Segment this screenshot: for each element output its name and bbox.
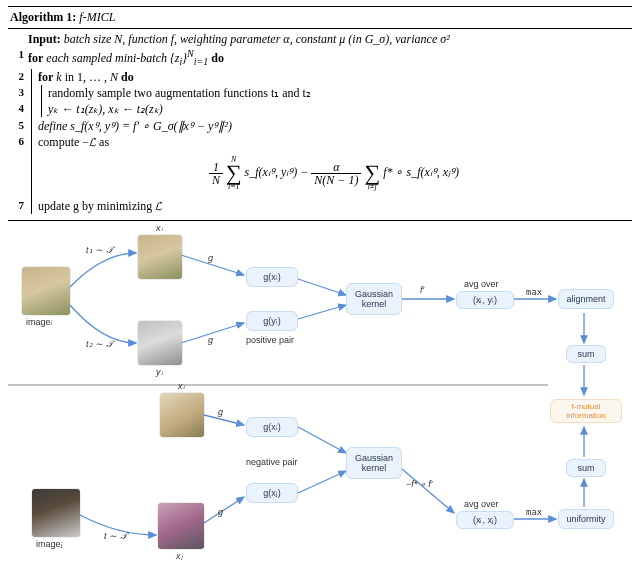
node-gxi: g(xᵢ): [246, 267, 298, 287]
algorithm-title: Algorithm 1: f-MICL: [8, 9, 632, 29]
image-i: [22, 267, 70, 315]
g-label-3: g: [218, 407, 223, 417]
image-j-label: imageⱼ: [36, 539, 63, 549]
negative-pair-label: negative pair: [246, 457, 298, 467]
positive-pair-label: positive pair: [246, 335, 294, 345]
arrow-layer: [8, 235, 632, 570]
node-gxj: g(xⱼ): [246, 483, 298, 503]
node-pair-neg: (xᵢ, xⱼ): [456, 511, 514, 529]
node-uniformity: uniformity: [558, 509, 614, 529]
algorithm-body: Input: batch size N, function f, weighti…: [8, 29, 632, 218]
architecture-diagram: imageᵢ xᵢ yᵢ t₁ ∼ 𝒯 t₂ ∼ 𝒯 g g g(xᵢ) g(y…: [8, 235, 632, 570]
algorithm-header-name: f-MICL: [79, 10, 115, 24]
line-number: 7: [10, 198, 24, 213]
node-gaussian-neg: Gaussian kernel: [346, 447, 402, 479]
image-xj: [158, 503, 204, 549]
image-yi: [138, 321, 182, 365]
node-gyi: g(yᵢ): [246, 311, 298, 331]
algo-line-4: yₖ ← t₁(zₖ), xₖ ← t₂(zₖ): [48, 101, 630, 117]
image-j: [32, 489, 80, 537]
algo-formula: 1N N∑i=1 s_f(xᵢᵍ, yᵢᵍ) − αN(N − 1) ∑i≠j …: [38, 150, 630, 198]
line-number: 6: [10, 134, 24, 149]
max-neg: max: [526, 507, 542, 517]
algo-line-3: randomly sample two augmentation functio…: [48, 85, 630, 101]
line-number: 1: [10, 47, 24, 62]
t-label: t ∼ 𝒯: [104, 531, 126, 542]
mfprime-label: −f* ∘ f′: [406, 479, 432, 489]
image-i-label: imageᵢ: [26, 317, 53, 327]
xj-label: xⱼ: [176, 551, 183, 561]
g-label-2: g: [208, 335, 213, 345]
input-text: batch size N, function f, weighting para…: [64, 32, 450, 46]
node-sum-bottom: sum: [566, 459, 606, 477]
yi-label: yᵢ: [156, 367, 163, 377]
t1-label: t₁ ∼ 𝒯: [86, 245, 112, 256]
node-pair-pos: (xᵢ, yᵢ): [456, 291, 514, 309]
line-number: 4: [10, 101, 24, 116]
avg-over-pos: avg over: [464, 279, 499, 289]
node-gaussian-pos: Gaussian kernel: [346, 283, 402, 315]
xi-bottom-label: xᵢ: [178, 381, 185, 391]
algo-line-6: compute −𝓛 as: [38, 134, 630, 150]
g-label-1: g: [208, 253, 213, 263]
node-fmi: f-mutual information: [550, 399, 622, 423]
node-alignment: alignment: [558, 289, 614, 309]
fprime-label: f′: [420, 285, 424, 295]
line-number: 5: [10, 118, 24, 133]
max-pos: max: [526, 287, 542, 297]
avg-over-neg: avg over: [464, 499, 499, 509]
node-gxi-bottom: g(xᵢ): [246, 417, 298, 437]
t2-label: t₂ ∼ 𝒯: [86, 339, 112, 350]
input-label: Input:: [28, 32, 61, 46]
algorithm-block: Algorithm 1: f-MICL Input: batch size N,…: [8, 6, 632, 221]
image-xi-bottom: [160, 393, 204, 437]
algorithm-header-prefix: Algorithm 1:: [10, 10, 76, 24]
node-sum-top: sum: [566, 345, 606, 363]
g-label-4: g: [218, 507, 223, 517]
image-xi: [138, 235, 182, 279]
line-number: 3: [10, 85, 24, 100]
algo-line-7: update g by minimizing 𝓛: [38, 198, 630, 214]
xi-label: xᵢ: [156, 223, 163, 233]
line-number: 2: [10, 69, 24, 84]
algo-line-5: define s_f(xᵍ, yᵍ) = f′ ∘ G_σ(‖xᵍ − yᵍ‖²…: [38, 118, 630, 134]
